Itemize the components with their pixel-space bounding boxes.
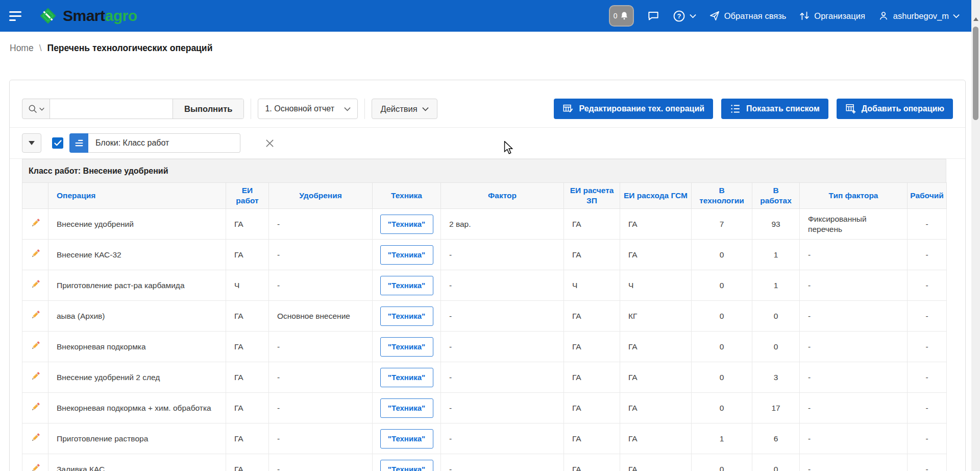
tech-cell: "Техника" [373,301,441,332]
tech-cell: "Техника" [373,423,441,454]
report-toolbar: Выполнить 1. Основной отчет Действия Ред… [10,80,965,128]
tech-button[interactable]: "Техника" [380,245,433,265]
operation-cell: Внесение удобрений 2 след [48,362,226,393]
column-header-operation[interactable]: Операция [48,183,226,209]
actions-menu-button[interactable]: Действия [372,99,437,119]
factor-type-cell: - [800,240,908,270]
remove-filter-icon[interactable] [265,138,275,148]
control-break-chip: Блоки: Класс работ [69,133,240,153]
user-menu[interactable]: ashurbegov_m [878,10,960,21]
search-input[interactable] [50,99,173,119]
control-break-label[interactable]: Блоки: Класс работ [88,133,240,153]
brand-logo[interactable]: Smartagro [38,6,137,26]
column-header-ei-salary[interactable]: ЕИ расчета ЗП [564,183,620,209]
column-header-factor[interactable]: Фактор [441,183,564,209]
table-row: Внекорневая подкормка ГА - "Техника" - Г… [22,332,947,362]
show-as-list-button[interactable]: Показать списком [721,99,828,119]
table-row: Приготовление раствора ГА - "Техника" - … [22,423,947,454]
add-operation-button[interactable]: Добавить операцию [837,99,953,119]
tech-button[interactable]: "Техника" [380,337,433,357]
help-menu[interactable]: ? [673,10,696,22]
factor-type-cell: - [800,270,908,301]
edit-cell [22,332,48,362]
column-header-worker[interactable]: Рабочий [908,183,947,209]
topbar: Smartagro 0 ? Обратная связь [0,0,980,32]
fertilizer-cell: - [269,423,373,454]
in-technology-cell: 0 [692,270,752,301]
organization-link[interactable]: Организация [799,10,865,21]
in-technology-cell: 0 [692,301,752,332]
vertical-scrollbar[interactable] [971,0,980,471]
table-add-icon [845,103,856,114]
tech-button[interactable]: "Техника" [380,276,433,295]
ei-works-cell: ГА [226,393,269,423]
edit-pencil-icon[interactable] [30,432,41,443]
ei-fuel-cell: ГА [620,209,692,240]
in-works-cell: 3 [752,362,800,393]
tech-cell: "Техника" [373,270,441,301]
search-column-button[interactable] [22,99,50,119]
tech-button[interactable]: "Техника" [380,307,433,326]
edit-pencil-icon[interactable] [30,218,41,228]
tech-button[interactable]: "Техника" [380,429,433,449]
operation-cell: Приготовление раствора [48,423,226,454]
column-header-ei-works[interactable]: ЕИ работ [226,183,269,209]
in-works-cell: 93 [752,209,800,240]
tech-cell: "Техника" [373,240,441,270]
in-works-cell: 6 [752,423,800,454]
fertilizer-cell: - [269,240,373,270]
operation-cell: Внекорневая подкормка + хим. обработка [48,393,226,423]
edit-pencil-icon[interactable] [30,402,41,412]
edit-pencil-icon[interactable] [30,310,41,320]
search-group: Выполнить [22,99,244,119]
scrollbar-thumb[interactable] [973,27,978,120]
edit-pencil-icon[interactable] [30,463,41,471]
add-operation-label: Добавить операцию [862,104,944,113]
control-break-icon[interactable] [69,133,88,153]
column-header-factor-type[interactable]: Тип фактора [800,183,908,209]
chat-icon[interactable] [647,9,660,22]
report-select[interactable]: 1. Основной отчет [258,99,358,119]
tech-button[interactable]: "Техника" [380,368,433,387]
fertilizer-cell: - [269,393,373,423]
chevron-down-icon [690,14,696,18]
column-header-edit [22,183,48,209]
feedback-link[interactable]: Обратная связь [709,10,787,21]
menu-hamburger-icon[interactable] [9,9,24,23]
expand-filters-button[interactable] [22,133,41,153]
ei-fuel-cell: КГ [620,301,692,332]
ei-salary-cell: ГА [564,423,620,454]
factor-type-cell: - [800,362,908,393]
edit-pencil-icon[interactable] [30,279,41,290]
column-header-fertilizers[interactable]: Удобрения [269,183,373,209]
edit-tech-operations-button[interactable]: Редактирование тех. операций [554,99,713,119]
ei-salary-cell: Ч [564,270,620,301]
fertilizer-cell: - [269,454,373,471]
ei-works-cell: ГА [226,209,269,240]
tech-button[interactable]: "Техника" [380,460,433,471]
list-icon [730,103,741,114]
column-header-tech[interactable]: Техника [373,183,441,209]
worker-cell: - [908,362,947,393]
edit-pencil-icon[interactable] [30,248,41,259]
tech-button[interactable]: "Техника" [380,398,433,418]
column-header-ei-fuel[interactable]: ЕИ расхода ГСМ [620,183,692,209]
filter-checkbox[interactable] [52,137,63,149]
chevron-down-icon [422,107,429,111]
tech-button[interactable]: "Техника" [380,215,433,234]
edit-pencil-icon[interactable] [30,371,41,382]
toolbar-divider [251,99,251,119]
help-icon: ? [673,10,685,22]
in-works-cell: 1 [752,240,800,270]
scroll-up-arrow-icon[interactable] [973,17,978,21]
column-header-in-works[interactable]: В работах [752,183,800,209]
execute-button[interactable]: Выполнить [173,99,243,119]
worker-cell: - [908,270,947,301]
column-header-in-technology[interactable]: В технологии [692,183,752,209]
notifications-button[interactable]: 0 [609,5,634,27]
table-row: Внесение удобрений 2 след ГА - "Техника"… [22,362,947,393]
edit-pencil-icon[interactable] [30,340,41,351]
table-row: аыва (Архив) ГА Основное внесение "Техни… [22,301,947,332]
ei-fuel-cell: ГА [620,423,692,454]
breadcrumb-home-link[interactable]: Home [10,43,34,54]
